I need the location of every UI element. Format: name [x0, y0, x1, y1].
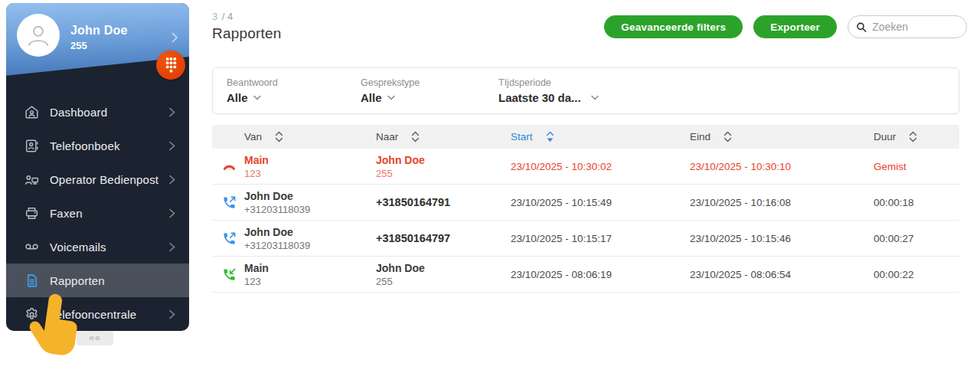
filter-value: Alle — [227, 91, 248, 104]
incoming-call-icon — [222, 267, 237, 282]
naar-name: +31850164791 — [376, 196, 508, 208]
column-label: Van — [244, 131, 262, 142]
sidebar-item-label: Telefooncentrale — [50, 308, 169, 321]
table-row[interactable]: Main 123 John Doe 255 23/10/2025 - 10:30… — [212, 149, 959, 185]
dialpad-button[interactable] — [156, 51, 185, 80]
dialpad-icon — [162, 55, 180, 76]
duration: 00:00:27 — [871, 233, 959, 244]
column-label: Duur — [874, 131, 896, 142]
outgoing-call-icon — [222, 231, 237, 246]
sidebar-item-operator-bedienpost[interactable]: Operator Bedienpost — [6, 162, 189, 196]
sidebar-item-dashboard[interactable]: Dashboard — [6, 95, 189, 129]
van-number: 123 — [244, 276, 373, 287]
search-box[interactable] — [848, 15, 967, 38]
column-header-naar[interactable]: Naar — [373, 130, 508, 143]
duration: 00:00:18 — [871, 197, 959, 208]
van-number: +31203118039 — [244, 240, 373, 251]
filter-answered[interactable]: Beantwoord Alle — [227, 77, 361, 104]
column-label: Eind — [690, 131, 710, 142]
gear-icon — [23, 306, 40, 322]
user-extension: 255 — [70, 40, 128, 51]
filter-value: Laatste 30 da... — [498, 91, 581, 104]
duration: 00:00:22 — [871, 269, 959, 280]
van-number: 123 — [244, 168, 373, 179]
sidebar-item-label: Operator Bedienpost — [50, 173, 169, 186]
start-time: 23/10/2025 - 08:06:19 — [508, 269, 687, 280]
operator-console-icon — [23, 171, 40, 188]
filter-call-type[interactable]: Gesprekstype Alle — [361, 77, 498, 104]
chevron-right-icon — [169, 141, 175, 151]
table-row[interactable]: Main 123 John Doe 255 23/10/2025 - 08:06… — [212, 257, 959, 293]
filter-label: Beantwoord — [227, 77, 361, 88]
counter-current: 3 — [212, 11, 217, 22]
sidebar-item-voicemails[interactable]: Voicemails — [6, 230, 189, 264]
column-header-duur[interactable]: Duur — [871, 130, 959, 143]
filter-value: Alle — [361, 91, 382, 104]
filter-label: TIjdsperiode — [498, 77, 599, 88]
end-time: 23/10/2025 - 10:15:46 — [687, 233, 871, 244]
main-content: 3 / 4 Rapporten Geavanceerde filters Exp… — [189, 0, 980, 383]
sidebar-item-label: Faxen — [50, 207, 169, 220]
sidebar-profile-header[interactable]: John Doe 255 — [6, 3, 189, 80]
avatar[interactable] — [17, 14, 60, 57]
sidebar-item-label: Telefoonboek — [50, 139, 169, 152]
sort-icon — [275, 130, 283, 143]
search-icon — [856, 21, 867, 34]
van-name: John Doe — [244, 226, 373, 238]
sort-icon — [724, 130, 732, 143]
chevron-right-icon — [169, 242, 175, 252]
top-controls: Geavanceerde filters Exporteer — [604, 15, 967, 38]
sidebar-item-rapporten[interactable]: Rapporten — [6, 264, 189, 297]
sidebar-item-label: Dashboard — [50, 106, 169, 119]
end-time: 23/10/2025 - 08:06:54 — [687, 269, 871, 280]
sidebar-item-telefoonboek[interactable]: Telefoonboek — [6, 129, 189, 162]
sidebar-item-faxen[interactable]: Faxen — [6, 196, 189, 230]
sidebar-item-telefooncentrale[interactable]: Telefooncentrale — [6, 297, 189, 331]
advanced-filters-button[interactable]: Geavanceerde filters — [604, 15, 743, 38]
filter-label: Gesprekstype — [361, 77, 498, 88]
column-header-start[interactable]: Start — [508, 130, 687, 143]
chevron-right-icon — [169, 175, 175, 185]
chevron-right-icon — [169, 309, 175, 319]
start-time: 23/10/2025 - 10:30:02 — [508, 161, 687, 172]
start-time: 23/10/2025 - 10:15:17 — [508, 233, 687, 244]
naar-number: 255 — [376, 168, 508, 179]
filter-time-period[interactable]: TIjdsperiode Laatste 30 da... — [498, 77, 599, 104]
fax-icon — [23, 205, 40, 221]
naar-name: John Doe — [376, 262, 508, 274]
chevron-down-icon — [591, 95, 599, 100]
sidebar-collapse-button[interactable]: «« — [77, 330, 113, 345]
sort-icon-descending — [546, 130, 554, 143]
voicemail-icon — [23, 238, 40, 255]
van-number: +31203118039 — [244, 204, 373, 215]
chevron-down-icon — [253, 95, 261, 100]
start-time: 23/10/2025 - 10:15:49 — [508, 197, 687, 208]
van-name: Main — [244, 262, 373, 274]
sidebar-menu: Dashboard Telefoonboek — [6, 95, 189, 331]
column-header-van[interactable]: Van — [241, 130, 373, 143]
table-row[interactable]: John Doe +31203118039 +31850164791 23/10… — [212, 185, 959, 221]
export-button[interactable]: Exporteer — [753, 15, 837, 38]
missed-call-icon — [222, 159, 237, 174]
column-label: Naar — [376, 131, 398, 142]
chevron-down-icon — [387, 95, 395, 100]
search-input[interactable] — [872, 21, 959, 33]
sidebar-item-label: Rapporten — [50, 274, 175, 287]
sort-icon — [909, 130, 917, 143]
end-time: 23/10/2025 - 10:16:08 — [687, 197, 871, 208]
column-label: Start — [511, 131, 533, 142]
sort-icon — [411, 130, 420, 143]
end-time: 23/10/2025 - 10:30:10 — [687, 161, 871, 172]
user-block: John Doe 255 — [70, 24, 128, 51]
sidebar: John Doe 255 Dashboard — [6, 3, 189, 331]
naar-number: 255 — [376, 276, 508, 287]
chevron-right-icon — [169, 107, 175, 117]
user-name: John Doe — [70, 24, 128, 38]
outgoing-call-icon — [222, 195, 237, 210]
counter-total: / 4 — [222, 11, 233, 22]
van-name: Main — [244, 154, 373, 166]
chevron-right-icon — [172, 32, 178, 43]
column-header-eind[interactable]: Eind — [687, 130, 871, 143]
table-row[interactable]: John Doe +31203118039 +31850164797 23/10… — [212, 221, 959, 257]
sidebar-item-label: Voicemails — [50, 241, 169, 254]
